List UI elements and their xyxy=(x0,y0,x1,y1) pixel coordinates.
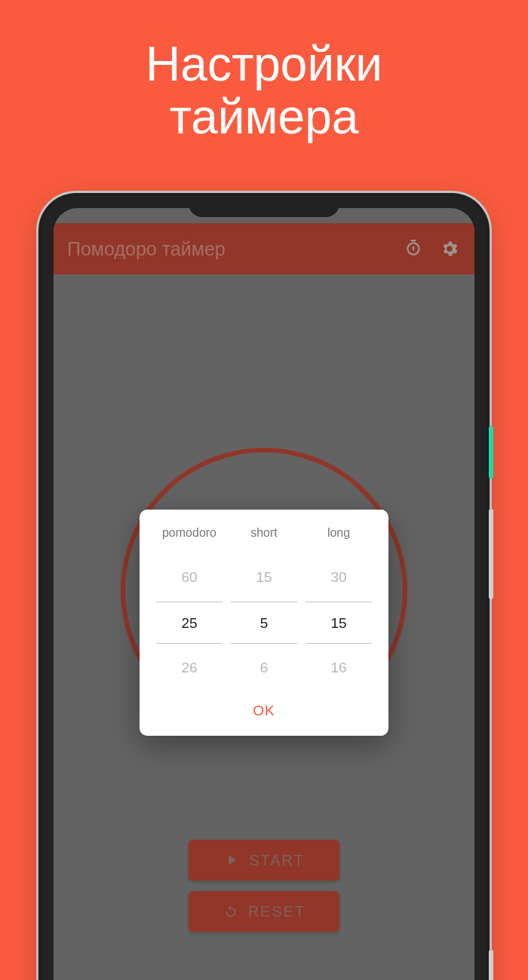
picker-col-pomodoro[interactable]: pomodoro 60 25 26 xyxy=(156,526,223,689)
picker-prev-value[interactable]: 30 xyxy=(305,556,372,599)
phone-side-button xyxy=(489,950,493,980)
phone-notch xyxy=(189,196,339,217)
picker-row: pomodoro 60 25 26 short 15 5 6 long 30 1… xyxy=(156,526,372,689)
picker-col-short[interactable]: short 15 5 6 xyxy=(231,526,297,689)
picker-label: short xyxy=(231,526,297,540)
phone-frame: Помодоро таймер START RESET xyxy=(41,196,487,980)
picker-next-value[interactable]: 26 xyxy=(156,647,223,689)
ok-button[interactable]: OK xyxy=(156,689,372,724)
picker-selected-value[interactable]: 25 xyxy=(156,602,223,644)
promo-title: Настройки таймера xyxy=(0,0,528,174)
phone-side-button xyxy=(489,426,493,479)
picker-selected-value[interactable]: 5 xyxy=(231,602,297,644)
picker-label: pomodoro xyxy=(156,526,223,540)
picker-prev-value[interactable]: 60 xyxy=(156,556,223,599)
picker-col-long[interactable]: long 30 15 16 xyxy=(305,526,372,689)
timer-settings-dialog: pomodoro 60 25 26 short 15 5 6 long 30 1… xyxy=(140,510,388,736)
picker-selected-value[interactable]: 15 xyxy=(305,602,372,644)
promo-line-1: Настройки xyxy=(146,37,382,91)
phone-side-button xyxy=(489,509,493,599)
picker-next-value[interactable]: 6 xyxy=(231,647,297,689)
promo-line-2: таймера xyxy=(170,90,359,144)
phone-screen: Помодоро таймер START RESET xyxy=(54,208,474,980)
picker-next-value[interactable]: 16 xyxy=(305,647,372,689)
picker-prev-value[interactable]: 15 xyxy=(231,556,297,599)
picker-label: long xyxy=(305,526,372,540)
